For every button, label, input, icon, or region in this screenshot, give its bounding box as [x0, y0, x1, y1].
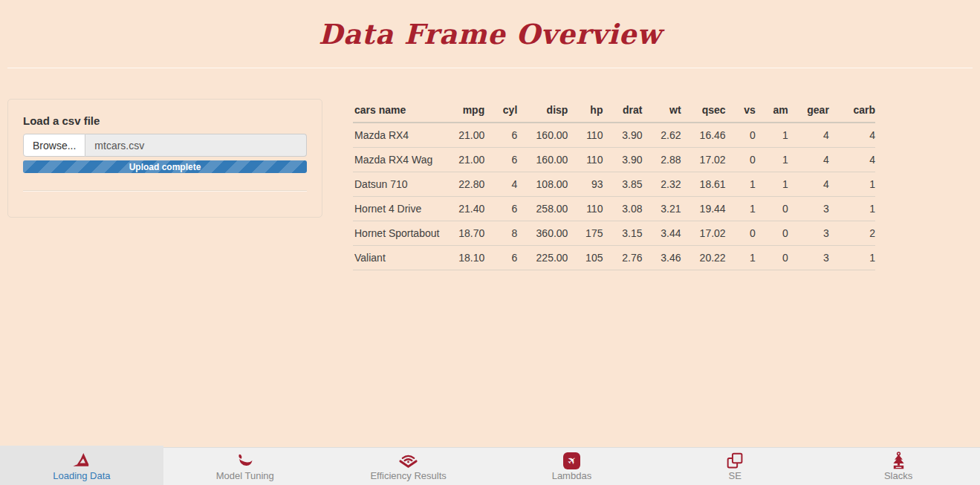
tab-label: Efficiency Results: [370, 470, 446, 481]
tab-label: Loading Data: [53, 470, 110, 481]
table-cell: 16.46: [681, 123, 726, 148]
tab-se[interactable]: SE: [653, 448, 817, 485]
table-cell: 6: [484, 246, 517, 270]
table-cell: 2.88: [643, 148, 681, 172]
tab-lambdas[interactable]: ✈ Lambdas: [490, 448, 653, 485]
table-cell: Valiant: [353, 246, 442, 270]
table-row: Mazda RX421.006160.001103.902.6216.46014…: [353, 123, 875, 148]
table-row: Datsun 71022.804108.00933.852.3218.61114…: [353, 172, 875, 197]
table-cell: 6: [484, 123, 517, 148]
table-cell: 1: [726, 172, 756, 197]
table-cell: 4: [829, 148, 875, 172]
table-cell: 21.00: [442, 123, 484, 148]
table-cell: 160.00: [517, 148, 568, 172]
table-cell: 1: [756, 148, 788, 172]
table-cell: 3.44: [643, 221, 681, 246]
file-input-group: Browse... mtcars.csv: [23, 134, 307, 157]
table-cell: 1: [829, 172, 875, 197]
column-header: vs: [726, 98, 756, 123]
table-cell: 19.44: [681, 197, 726, 221]
table-cell: 8: [484, 221, 517, 246]
table-cell: 1: [756, 172, 788, 197]
table-cell: Mazda RX4: [353, 123, 442, 148]
column-header: drat: [603, 98, 642, 123]
table-cell: 6: [484, 197, 517, 221]
tab-label: Slacks: [884, 470, 912, 481]
table-cell: Hornet Sportabout: [353, 221, 442, 246]
table-cell: 258.00: [517, 197, 568, 221]
clone-squares-icon: [726, 452, 744, 469]
table-cell: 3.21: [643, 197, 681, 221]
csv-upload-panel: Load a csv file Browse... mtcars.csv Upl…: [7, 99, 322, 218]
table-cell: 0: [726, 148, 756, 172]
tab-label: Lambdas: [552, 470, 591, 481]
table-cell: 3.46: [643, 246, 681, 270]
table-cell: 360.00: [517, 221, 568, 246]
tab-label: Model Tuning: [216, 470, 274, 481]
table-cell: 18.61: [681, 172, 726, 197]
tab-loading-data[interactable]: Loading Data: [0, 446, 163, 485]
table-header: cars namempgcyldisphpdratwtqsecvsamgearc…: [353, 98, 875, 123]
paper-plane-icon: [71, 452, 91, 469]
browse-button[interactable]: Browse...: [23, 134, 85, 157]
tab-label: SE: [729, 470, 742, 481]
table-cell: 110: [568, 148, 603, 172]
table-cell: 3: [788, 221, 829, 246]
column-header: cars name: [353, 98, 442, 123]
table-cell: 4: [829, 123, 875, 148]
column-header: disp: [517, 98, 568, 123]
table-cell: 4: [788, 172, 829, 197]
table-cell: 105: [568, 246, 603, 270]
table-cell: 17.02: [681, 148, 726, 172]
table-row: Mazda RX4 Wag21.006160.001103.902.8817.0…: [353, 148, 875, 172]
table-cell: 6: [484, 148, 517, 172]
table-cell: 108.00: [517, 172, 568, 197]
column-header: wt: [643, 98, 681, 123]
title-divider: [7, 68, 973, 68]
table-cell: 0: [756, 197, 788, 221]
table-cell: 21.00: [442, 148, 484, 172]
table-cell: 110: [568, 197, 603, 221]
table-cell: 2.76: [603, 246, 642, 270]
table-cell: 3: [788, 197, 829, 221]
sound-waves-icon: [398, 452, 418, 469]
tab-efficiency-results[interactable]: Efficiency Results: [327, 448, 490, 485]
table-cell: 93: [568, 172, 603, 197]
table-cell: Hornet 4 Drive: [353, 197, 442, 221]
table-cell: 160.00: [517, 123, 568, 148]
tab-slacks[interactable]: Slacks: [817, 448, 980, 485]
cars-table: cars namempgcyldisphpdratwtqsecvsamgearc…: [353, 98, 875, 270]
fly-plane-icon: ✈: [563, 452, 580, 469]
table-row: Hornet 4 Drive21.406258.001103.083.2119.…: [353, 197, 875, 221]
table-cell: 0: [756, 246, 788, 270]
tab-model-tuning[interactable]: Model Tuning: [163, 448, 327, 485]
bottom-tab-bar: Loading Data Model Tuning Efficiency: [0, 446, 980, 485]
table-cell: 18.10: [442, 246, 484, 270]
column-header: carb: [829, 98, 875, 123]
panel-divider: [23, 190, 307, 191]
table-cell: 110: [568, 123, 603, 148]
table-cell: 3: [788, 246, 829, 270]
table-cell: 4: [484, 172, 517, 197]
table-cell: 3.90: [603, 123, 642, 148]
table-cell: 3.15: [603, 221, 642, 246]
table-cell: 3.08: [603, 197, 642, 221]
table-cell: 4: [788, 123, 829, 148]
table-cell: 0: [726, 123, 756, 148]
table-cell: 22.80: [442, 172, 484, 197]
table-cell: 1: [829, 197, 875, 221]
crescent-swoosh-icon: [236, 452, 254, 469]
table-cell: 0: [756, 221, 788, 246]
column-header: mpg: [442, 98, 484, 123]
table-cell: 1: [756, 123, 788, 148]
column-header: hp: [568, 98, 603, 123]
table-cell: 2.32: [643, 172, 681, 197]
filename-field[interactable]: mtcars.csv: [85, 134, 307, 157]
table-cell: 1: [726, 197, 756, 221]
upload-progress-bar: Upload complete: [23, 160, 307, 173]
table-cell: 17.02: [681, 221, 726, 246]
app-window: Data Frame Overview Load a csv file Brow…: [0, 0, 980, 485]
data-frame-table-container: cars namempgcyldisphpdratwtqsecvsamgearc…: [353, 98, 875, 270]
table-row: Hornet Sportabout18.708360.001753.153.44…: [353, 221, 875, 246]
table-cell: 4: [788, 148, 829, 172]
